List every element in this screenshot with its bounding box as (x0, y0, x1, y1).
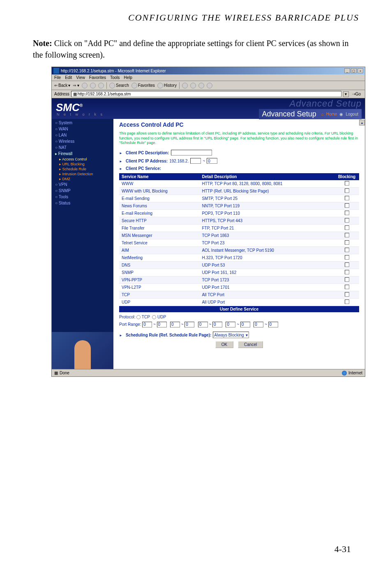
search-button[interactable]: Search (109, 83, 129, 88)
nav-nat[interactable]: ○ NAT (52, 144, 113, 151)
maximize-button[interactable]: ▢ (351, 68, 357, 73)
blocking-checkbox[interactable] (345, 255, 349, 260)
nav-vpn[interactable]: ○ VPN (52, 181, 113, 188)
stop-icon[interactable] (82, 83, 88, 88)
ok-button[interactable]: OK (215, 341, 233, 348)
menu-tools[interactable]: Tools (110, 75, 120, 80)
schedule-select[interactable]: Always Blocking▾ (213, 332, 249, 338)
blocking-checkbox[interactable] (345, 188, 349, 193)
svc-name: VPN-PPTP (119, 276, 199, 284)
back-button[interactable]: ⇐ Back ▾ (54, 83, 70, 88)
port-from-input[interactable]: 0 (142, 322, 152, 327)
port-to-input[interactable]: 0 (268, 322, 278, 327)
blocking-checkbox[interactable] (345, 292, 349, 297)
nav-lan[interactable]: ○ LAN (52, 132, 113, 138)
mail-icon[interactable] (182, 83, 188, 88)
logout-link[interactable]: Logout (346, 112, 358, 116)
home-icon[interactable] (98, 83, 104, 88)
port-to-input[interactable]: 0 (212, 322, 222, 327)
protocol-label: Protocol: (119, 315, 135, 319)
svc-name: VPN-L2TP (119, 284, 199, 291)
nav-dmz[interactable]: ▸ DMZ (52, 176, 113, 181)
nav-url-blocking[interactable]: ▸ URL Blocking (52, 162, 113, 167)
radio-udp[interactable] (152, 315, 156, 319)
close-button[interactable]: × (357, 68, 363, 73)
refresh-icon[interactable] (90, 83, 96, 88)
address-input[interactable]: ▦ http://192.168.2.1/setupa.stm (71, 91, 341, 97)
blocking-checkbox[interactable] (345, 262, 349, 267)
ie-status-icon: ▦ (54, 371, 58, 375)
table-row: File Transfer FTP, TCP Port 21 (119, 225, 359, 232)
ie-page-icon: ▦ (73, 92, 77, 96)
svc-detail: NNTP, TCP Port 119 (199, 202, 334, 210)
ie-icon (53, 68, 59, 74)
nav-snmp[interactable]: ○ SNMP (52, 188, 113, 194)
blocking-checkbox[interactable] (345, 196, 349, 200)
blocking-checkbox[interactable] (345, 218, 349, 223)
logo-subtitle: N e t w o r k s (52, 112, 104, 116)
svc-name: News Forums (119, 202, 199, 210)
nav-tools[interactable]: ○ Tools (52, 194, 113, 200)
port-from-input[interactable]: 0 (254, 322, 263, 327)
home-link[interactable]: Home (326, 112, 337, 116)
port-to-input[interactable]: 0 (184, 322, 194, 327)
print-icon[interactable] (190, 83, 196, 88)
port-to-input[interactable]: 0 (240, 322, 250, 327)
table-row: MSN Messenger TCP Port 1863 (119, 232, 359, 239)
blocking-checkbox[interactable] (345, 299, 349, 304)
client-svc-row: Client PC Service: (119, 166, 359, 171)
menu-favorites[interactable]: Favorites (89, 75, 106, 80)
minimize-button[interactable]: _ (344, 68, 350, 73)
blocking-checkbox[interactable] (345, 270, 349, 274)
discuss-icon[interactable] (207, 83, 212, 88)
addressbar: Address ▦ http://192.168.2.1/setupa.stm … (52, 90, 365, 98)
radio-tcp[interactable] (136, 315, 141, 319)
nav-wan[interactable]: ○ WAN (52, 126, 113, 132)
blocking-checkbox[interactable] (345, 240, 349, 245)
address-dropdown[interactable]: ▾ (343, 91, 349, 97)
blocking-checkbox[interactable] (345, 225, 349, 230)
bullet-icon (119, 166, 124, 171)
table-row: Telnet Service TCP Port 23 (119, 239, 359, 247)
blocking-checkbox[interactable] (345, 248, 349, 252)
forward-button[interactable]: ⇒ ▾ (73, 83, 79, 88)
nav-wireless[interactable]: ○ Wireless (52, 138, 113, 144)
ip-from-input[interactable] (190, 158, 201, 164)
nav-schedule-rule[interactable]: ▸ Schedule Rule (52, 167, 113, 172)
scroll-up[interactable]: ▴ (359, 120, 365, 125)
edit-icon[interactable] (198, 83, 204, 88)
blocking-checkbox[interactable] (345, 181, 349, 186)
svc-detail: HTTPS, TCP Port 443 (199, 217, 334, 225)
menu-help[interactable]: Help (124, 75, 132, 80)
blocking-checkbox[interactable] (345, 203, 349, 208)
port-to-input[interactable]: 0 (157, 322, 167, 327)
main-description: This page allows users to define service… (119, 131, 359, 146)
nav-status[interactable]: ○ Status (52, 200, 113, 206)
page-number: 4-31 (334, 544, 351, 555)
bullet-icon (119, 333, 124, 337)
ip-to-input[interactable]: 0 (207, 158, 217, 164)
port-from-input[interactable]: 0 (198, 322, 208, 327)
user-define-bar: User Define Service (119, 306, 359, 312)
go-button[interactable]: ⇢Go (350, 91, 362, 97)
address-label: Address (54, 92, 69, 96)
port-from-input[interactable]: 0 (170, 322, 180, 327)
menu-view[interactable]: View (76, 75, 85, 80)
chevron-down-icon: ▾ (246, 333, 248, 337)
blocking-checkbox[interactable] (345, 277, 349, 282)
nav-firewall[interactable]: ▸ Firewall (52, 151, 113, 157)
blocking-checkbox[interactable] (345, 233, 349, 237)
port-from-input[interactable]: 0 (226, 322, 235, 327)
blocking-checkbox[interactable] (345, 211, 349, 215)
menu-edit[interactable]: Edit (65, 75, 72, 80)
cancel-button[interactable]: Cancel (238, 341, 263, 348)
nav-access-control[interactable]: ▸ Access Control (52, 157, 113, 162)
history-button[interactable]: History (157, 83, 177, 88)
nav-intrusion-detection[interactable]: ▸ Intrusion Detection (52, 172, 113, 176)
nav-system[interactable]: ○ System (52, 120, 113, 126)
client-desc-input[interactable] (171, 150, 212, 156)
svc-name: Telnet Service (119, 239, 199, 247)
blocking-checkbox[interactable] (345, 285, 349, 289)
favorites-button[interactable]: Favorites (131, 83, 155, 88)
menu-file[interactable]: File (54, 75, 61, 80)
